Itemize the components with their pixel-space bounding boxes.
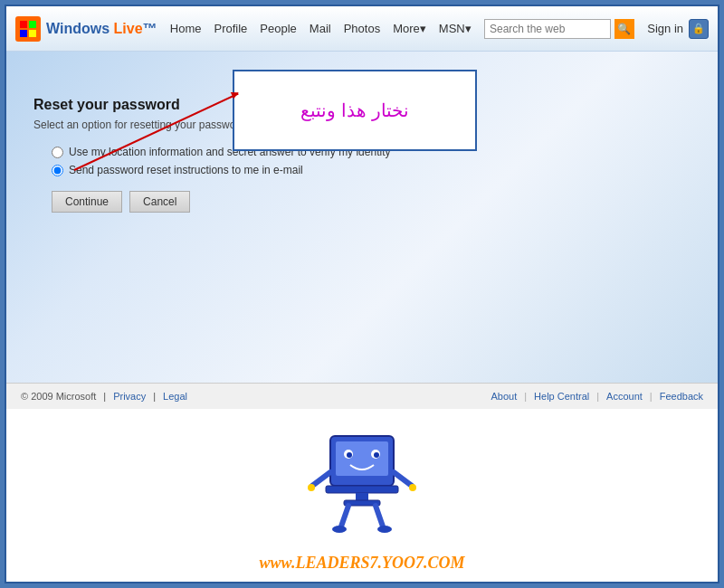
nav-photos[interactable]: Photos: [344, 22, 380, 35]
annotation-text: نختار هذا ونتبع: [300, 100, 408, 121]
svg-rect-10: [326, 486, 398, 493]
signin-label[interactable]: Sign in: [647, 22, 683, 35]
svg-line-13: [312, 472, 330, 486]
svg-line-18: [376, 506, 383, 526]
bottom-section: www.LEADERS7.YOO7.COM: [6, 409, 718, 582]
feedback-link[interactable]: Feedback: [660, 391, 703, 402]
footer-right: About | Help Central | Account | Feedbac…: [491, 391, 703, 402]
svg-point-9: [374, 452, 379, 458]
help-link[interactable]: Help Central: [534, 391, 589, 402]
cancel-button[interactable]: Cancel: [129, 191, 190, 213]
logo-area: Windows Live™: [15, 16, 157, 42]
option1-radio[interactable]: [52, 147, 63, 158]
continue-button[interactable]: Continue: [52, 191, 122, 213]
option2-radio[interactable]: [52, 165, 63, 176]
copyright: © 2009 Microsoft: [21, 391, 96, 402]
mascot-image: [303, 427, 421, 545]
option2-row: Send password reset instructions to me i…: [52, 164, 691, 176]
svg-rect-0: [20, 21, 27, 28]
header: Windows Live™ Home Profile People Mail P…: [6, 6, 718, 52]
svg-point-15: [308, 484, 315, 491]
logo-text: Windows Live™: [46, 21, 157, 37]
svg-rect-3: [29, 30, 36, 37]
main-content: نختار هذا ونتبع Reset your password Sele…: [6, 52, 718, 383]
svg-rect-2: [20, 30, 27, 37]
nav-mail[interactable]: Mail: [310, 22, 331, 35]
legal-link[interactable]: Legal: [163, 391, 187, 402]
svg-line-14: [394, 472, 412, 486]
nav-profile[interactable]: Profile: [214, 22, 248, 35]
svg-rect-1: [29, 21, 36, 28]
about-link[interactable]: About: [491, 391, 517, 402]
svg-rect-11: [356, 493, 368, 500]
svg-point-20: [377, 526, 392, 533]
account-link[interactable]: Account: [606, 391, 643, 402]
svg-rect-5: [336, 441, 388, 476]
search-input[interactable]: [484, 19, 611, 39]
privacy-link[interactable]: Privacy: [113, 391, 146, 402]
button-row: Continue Cancel: [52, 191, 691, 213]
annotation-box: نختار هذا ونتبع: [233, 70, 477, 151]
footer-left: © 2009 Microsoft | Privacy | Legal: [21, 391, 187, 402]
signin-area: Sign in 🔒: [647, 19, 709, 39]
svg-line-17: [341, 506, 348, 526]
nav-people[interactable]: People: [260, 22, 296, 35]
nav-links: Home Profile People Mail Photos More▾ MS…: [170, 22, 472, 35]
windows-live-icon: [15, 16, 41, 42]
svg-point-16: [409, 484, 416, 491]
svg-point-8: [347, 452, 352, 458]
nav-more[interactable]: More▾: [393, 22, 426, 35]
option2-label: Send password reset instructions to me i…: [69, 164, 303, 176]
search-area: 🔍: [484, 19, 634, 39]
signin-icon: 🔒: [689, 19, 709, 39]
watermark-url: www.LEADERS7.YOO7.COM: [260, 554, 465, 573]
search-button[interactable]: 🔍: [614, 19, 634, 39]
nav-home[interactable]: Home: [170, 22, 202, 35]
svg-point-19: [332, 526, 347, 533]
footer: © 2009 Microsoft | Privacy | Legal About…: [6, 383, 718, 409]
nav-msn[interactable]: MSN▾: [439, 22, 472, 35]
